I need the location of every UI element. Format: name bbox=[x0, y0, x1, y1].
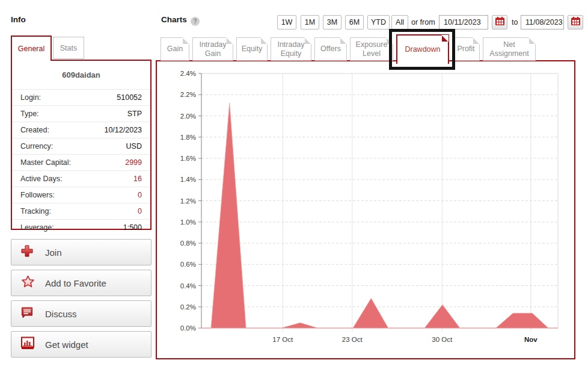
info-row-value: 16 bbox=[133, 175, 142, 183]
discuss-button-label: Discuss bbox=[45, 309, 77, 319]
chart-tab-label: Profit bbox=[457, 45, 474, 53]
chart-tab-net-assignment[interactable]: Net Assignment bbox=[483, 37, 536, 61]
svg-text:1.8%: 1.8% bbox=[180, 134, 196, 141]
range-button-all[interactable]: All bbox=[391, 15, 408, 29]
chart-tab-intraday-equity[interactable]: Intraday Equity bbox=[271, 37, 311, 61]
calendar-icon bbox=[495, 16, 505, 28]
info-row-master-capital: Master Capital: 2999 bbox=[12, 154, 150, 170]
calendar-icon bbox=[571, 16, 581, 28]
info-row-value: 2999 bbox=[125, 158, 142, 167]
svg-text:2.0%: 2.0% bbox=[180, 113, 196, 120]
chart-tab-label: Gain bbox=[167, 45, 183, 53]
chart-tab-label: Intraday Gain bbox=[196, 40, 230, 58]
info-row-leverage: Leverage: 1:500 bbox=[12, 219, 150, 235]
from-calendar-button[interactable] bbox=[492, 15, 507, 29]
join-button-label: Join bbox=[45, 247, 62, 258]
help-icon[interactable]: ? bbox=[191, 17, 200, 26]
info-row-value: STP bbox=[127, 110, 142, 118]
info-row-followers: Followers: 0 bbox=[12, 187, 150, 203]
svg-text:1.0%: 1.0% bbox=[180, 219, 196, 226]
account-name: 609daidan bbox=[12, 61, 150, 89]
info-row-value: 1:500 bbox=[123, 223, 142, 232]
add-to-favorite-button[interactable]: Add to Favorite bbox=[11, 270, 152, 296]
info-row-label: Created: bbox=[20, 126, 49, 134]
svg-text:0.8%: 0.8% bbox=[180, 240, 196, 247]
to-calendar-button[interactable] bbox=[568, 15, 583, 29]
info-row-type: Type: STP bbox=[12, 105, 150, 122]
bar-chart-icon bbox=[20, 336, 35, 353]
chart-tab-profit[interactable]: Profit bbox=[452, 37, 480, 61]
svg-text:23 Oct: 23 Oct bbox=[342, 336, 363, 343]
drawdown-area-chart: 0.0%0.2%0.4%0.6%0.8%1.0%1.2%1.4%1.6%1.8%… bbox=[157, 61, 574, 358]
add-to-favorite-button-label: Add to Favorite bbox=[45, 278, 106, 288]
charts-heading: Charts bbox=[161, 15, 187, 24]
tab-stats-label: Stats bbox=[60, 44, 78, 52]
info-row-label: Master Capital: bbox=[20, 158, 71, 167]
chart-tab-label: Drawdown bbox=[405, 45, 440, 54]
get-widget-button[interactable]: Get widget bbox=[11, 331, 152, 358]
svg-text:0.2%: 0.2% bbox=[180, 303, 196, 311]
chart-tab-drawdown[interactable]: Drawdown bbox=[396, 34, 449, 64]
svg-text:1.6%: 1.6% bbox=[180, 155, 196, 162]
info-row-label: Tracking: bbox=[20, 207, 51, 216]
chart-tab-equity[interactable]: Equity bbox=[236, 37, 268, 61]
join-button[interactable]: Join bbox=[11, 239, 152, 265]
info-row-label: Type: bbox=[20, 110, 39, 118]
svg-text:0.4%: 0.4% bbox=[180, 282, 196, 290]
discuss-button[interactable]: Discuss bbox=[11, 300, 152, 327]
svg-text:2.4%: 2.4% bbox=[180, 70, 196, 77]
range-button-1w[interactable]: 1W bbox=[277, 15, 296, 29]
info-row-login: Login: 510052 bbox=[12, 89, 150, 105]
info-row-label: Active Days: bbox=[20, 175, 62, 183]
svg-text:30 Oct: 30 Oct bbox=[432, 336, 453, 343]
chart-tab-label: Equity bbox=[242, 45, 263, 53]
info-row-value: USD bbox=[126, 142, 142, 150]
plus-icon bbox=[20, 244, 34, 260]
info-row-tracking: Tracking: 0 bbox=[12, 203, 150, 219]
chart-tab-exposure-level[interactable]: Exposure Level bbox=[350, 37, 393, 61]
svg-text:0.0%: 0.0% bbox=[180, 324, 196, 332]
svg-text:2.2%: 2.2% bbox=[180, 91, 196, 98]
info-row-active-days: Active Days: 16 bbox=[12, 170, 150, 187]
star-icon bbox=[20, 274, 35, 291]
range-button-ytd[interactable]: YTD bbox=[367, 15, 390, 29]
range-button-3m[interactable]: 3M bbox=[323, 15, 341, 29]
svg-text:1.2%: 1.2% bbox=[180, 197, 196, 205]
info-row-value: 510052 bbox=[117, 93, 142, 102]
tab-stats[interactable]: Stats bbox=[53, 37, 84, 59]
info-row-label: Currency: bbox=[20, 142, 53, 150]
to-date-input[interactable] bbox=[521, 15, 564, 29]
chart-tab-label: Exposure Level bbox=[353, 40, 390, 58]
svg-text:0.6%: 0.6% bbox=[180, 261, 196, 268]
or-from-label: or from bbox=[411, 15, 435, 29]
chart-tab-offers[interactable]: Offers bbox=[314, 37, 347, 61]
range-button-1m[interactable]: 1M bbox=[301, 15, 319, 29]
chart-tab-label: Intraday Equity bbox=[274, 40, 308, 58]
tab-general-label: General bbox=[18, 45, 44, 53]
info-row-created: Created: 10/12/2023 bbox=[12, 122, 150, 138]
chart-tab-label: Net Assignment bbox=[486, 40, 533, 58]
speech-bubble-icon bbox=[20, 306, 34, 321]
svg-text:Nov: Nov bbox=[524, 336, 537, 343]
svg-text:17 Oct: 17 Oct bbox=[272, 336, 293, 343]
chart-tab-intraday-gain[interactable]: Intraday Gain bbox=[192, 37, 233, 61]
info-panel: 609daidan Login: 510052 Type: STP Create… bbox=[11, 60, 152, 230]
svg-text:1.4%: 1.4% bbox=[180, 176, 196, 183]
info-row-label: Followers: bbox=[20, 191, 55, 199]
tab-general[interactable]: General bbox=[11, 36, 52, 61]
info-row-currency: Currency: USD bbox=[12, 138, 150, 154]
info-row-label: Leverage: bbox=[20, 223, 54, 232]
info-heading: Info bbox=[11, 15, 26, 24]
chart-tab-label: Offers bbox=[320, 45, 341, 53]
range-button-6m[interactable]: 6M bbox=[345, 15, 364, 29]
info-row-label: Login: bbox=[20, 93, 41, 102]
from-date-input[interactable] bbox=[439, 15, 488, 29]
info-row-value: 0 bbox=[138, 207, 142, 216]
to-label: to bbox=[512, 15, 518, 29]
info-row-value: 0 bbox=[138, 191, 142, 199]
chart-tab-gain[interactable]: Gain bbox=[161, 37, 189, 61]
chart-panel: 0.0%0.2%0.4%0.6%0.8%1.0%1.2%1.4%1.6%1.8%… bbox=[156, 60, 575, 359]
get-widget-button-label: Get widget bbox=[45, 340, 88, 350]
info-row-value: 10/12/2023 bbox=[104, 126, 142, 134]
